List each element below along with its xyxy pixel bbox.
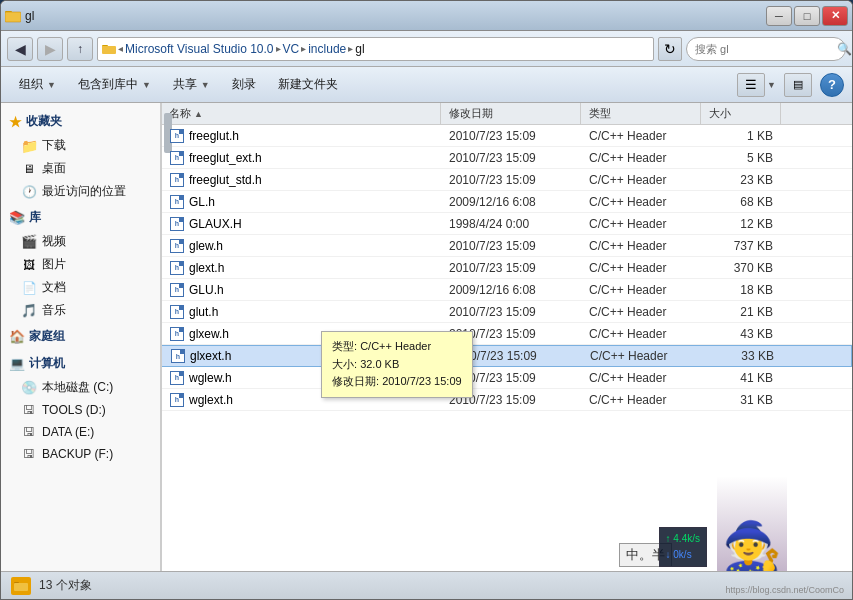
picture-icon: 🖼 <box>21 257 37 273</box>
minimize-button[interactable]: ─ <box>766 6 792 26</box>
file-list: h freeglut.h 2010/7/23 15:09 C/C++ Heade… <box>161 125 852 571</box>
file-type-cell: C/C++ Header <box>581 129 701 143</box>
file-row[interactable]: h GLAUX.H 1998/4/24 0:00 C/C++ Header 12… <box>161 213 852 235</box>
search-input[interactable] <box>695 43 833 55</box>
file-date-cell: 2009/12/16 6:08 <box>441 283 581 297</box>
include-library-button[interactable]: 包含到库中 ▼ <box>68 71 161 99</box>
file-icon: h <box>169 150 185 166</box>
view-mode-button[interactable]: ☰ <box>737 73 765 97</box>
file-name-cell: h glxew.h <box>161 326 441 342</box>
view-dropdown-arrow[interactable]: ▼ <box>767 80 776 90</box>
file-size-cell: 1 KB <box>701 129 781 143</box>
sidebar-item-data-e[interactable]: 🖫 DATA (E:) <box>1 421 160 443</box>
file-row[interactable]: h wglew.h 2010/7/23 15:09 C/C++ Header 4… <box>161 367 852 389</box>
breadcrumb-sep-1: ◂ <box>118 43 123 54</box>
breadcrumb-include[interactable]: include <box>308 42 346 56</box>
file-type-cell: C/C++ Header <box>581 217 701 231</box>
computer-header[interactable]: 💻 计算机 <box>1 351 160 376</box>
svg-rect-4 <box>102 46 116 54</box>
sidebar-item-music[interactable]: 🎵 音乐 <box>1 299 160 322</box>
file-date-cell: 2010/7/23 15:09 <box>441 239 581 253</box>
document-label: 文档 <box>42 279 66 296</box>
file-name-cell: h GLAUX.H <box>161 216 441 232</box>
column-header-size[interactable]: 大小 <box>701 103 781 124</box>
search-box: 🔍 <box>686 37 846 61</box>
file-size-cell: 31 KB <box>701 393 781 407</box>
main-content: ★ 收藏夹 📁 下载 🖥 桌面 <box>1 103 852 571</box>
sidebar-section-homegroup: 🏠 家庭组 <box>1 324 160 349</box>
file-icon: h <box>169 216 185 232</box>
file-row[interactable]: h freeglut_ext.h 2010/7/23 15:09 C/C++ H… <box>161 147 852 169</box>
favorites-label: 收藏夹 <box>26 113 62 130</box>
sidebar-item-recent[interactable]: 🕐 最近访问的位置 <box>1 180 160 203</box>
file-row[interactable]: h glxew.h 2010/7/23 15:09 C/C++ Header 4… <box>161 323 852 345</box>
desktop-icon: 🖥 <box>21 161 37 177</box>
sidebar-item-video[interactable]: 🎬 视频 <box>1 230 160 253</box>
file-name-cell: h GLU.h <box>161 282 441 298</box>
file-row[interactable]: h glext.h 2010/7/23 15:09 C/C++ Header 3… <box>161 257 852 279</box>
file-row[interactable]: h glut.h 2010/7/23 15:09 C/C++ Header 21… <box>161 301 852 323</box>
window-title: gl <box>25 9 34 23</box>
organize-dropdown-arrow: ▼ <box>47 80 56 90</box>
column-header-name[interactable]: 名称 ▲ <box>161 103 441 124</box>
file-size-cell: 43 KB <box>701 327 781 341</box>
help-button[interactable]: ? <box>820 73 844 97</box>
file-type-cell: C/C++ Header <box>581 393 701 407</box>
breadcrumb-vc[interactable]: VC <box>283 42 300 56</box>
include-dropdown-arrow: ▼ <box>142 80 151 90</box>
file-date-cell: 2010/7/23 15:09 <box>441 151 581 165</box>
forward-button[interactable]: ▶ <box>37 37 63 61</box>
recent-icon: 🕐 <box>21 184 37 200</box>
new-folder-button[interactable]: 新建文件夹 <box>268 71 348 99</box>
favorites-header[interactable]: ★ 收藏夹 <box>1 109 160 134</box>
close-button[interactable]: ✕ <box>822 6 848 26</box>
up-button[interactable]: ↑ <box>67 37 93 61</box>
sidebar-item-tools-d[interactable]: 🖫 TOOLS (D:) <box>1 399 160 421</box>
library-header[interactable]: 📚 库 <box>1 205 160 230</box>
file-row[interactable]: h GL.h 2009/12/16 6:08 C/C++ Header 68 K… <box>161 191 852 213</box>
upload-speed: 4.4k/s <box>673 533 700 544</box>
title-bar-left: gl <box>5 8 34 24</box>
breadcrumb-gl[interactable]: gl <box>355 42 364 56</box>
file-name-cell: h GL.h <box>161 194 441 210</box>
sidebar-item-desktop[interactable]: 🖥 桌面 <box>1 157 160 180</box>
sidebar-item-document[interactable]: 📄 文档 <box>1 276 160 299</box>
sidebar-section-computer: 💻 计算机 💿 本地磁盘 (C:) 🖫 TOOLS (D:) <box>1 351 160 465</box>
file-icon: h <box>170 348 186 364</box>
file-size-cell: 18 KB <box>701 283 781 297</box>
organize-button[interactable]: 组织 ▼ <box>9 71 66 99</box>
sidebar-item-backup-f[interactable]: 🖫 BACKUP (F:) <box>1 443 160 465</box>
sidebar-item-local-c[interactable]: 💿 本地磁盘 (C:) <box>1 376 160 399</box>
homegroup-header[interactable]: 🏠 家庭组 <box>1 324 160 349</box>
back-button[interactable]: ◀ <box>7 37 33 61</box>
maximize-button[interactable]: □ <box>794 6 820 26</box>
column-header-date[interactable]: 修改日期 <box>441 103 581 124</box>
column-header-type[interactable]: 类型 <box>581 103 701 124</box>
file-type-cell: C/C++ Header <box>581 239 701 253</box>
file-row[interactable]: h freeglut.h 2010/7/23 15:09 C/C++ Heade… <box>161 125 852 147</box>
file-row[interactable]: h GLU.h 2009/12/16 6:08 C/C++ Header 18 … <box>161 279 852 301</box>
file-date-cell: 2010/7/23 15:09 <box>441 173 581 187</box>
sidebar-item-picture[interactable]: 🖼 图片 <box>1 253 160 276</box>
music-icon: 🎵 <box>21 303 37 319</box>
sidebar-container: ★ 收藏夹 📁 下载 🖥 桌面 <box>1 103 161 571</box>
music-label: 音乐 <box>42 302 66 319</box>
refresh-button[interactable]: ↻ <box>658 37 682 61</box>
network-download: ↓ 0k/s <box>666 547 700 563</box>
sidebar-item-download[interactable]: 📁 下载 <box>1 134 160 157</box>
name-sort-arrow: ▲ <box>194 109 203 119</box>
drive-c-icon: 💿 <box>21 380 37 396</box>
breadcrumb-vs[interactable]: Microsoft Visual Studio 10.0 <box>125 42 274 56</box>
file-row[interactable]: h freeglut_std.h 2010/7/23 15:09 C/C++ H… <box>161 169 852 191</box>
sidebar-scrollbar[interactable] <box>161 103 162 571</box>
file-row[interactable]: h glxext.h 2010/7/23 15:09 C/C++ Header … <box>161 345 852 367</box>
share-button[interactable]: 共享 ▼ <box>163 71 220 99</box>
download-speed: 0k/s <box>673 549 691 560</box>
preview-pane-button[interactable]: ▤ <box>784 73 812 97</box>
main-window: gl ─ □ ✕ ◀ ▶ ↑ ◂ Microsoft Visual Studio… <box>0 0 853 600</box>
file-row[interactable]: h glew.h 2010/7/23 15:09 C/C++ Header 73… <box>161 235 852 257</box>
burn-button[interactable]: 刻录 <box>222 71 266 99</box>
sidebar-section-favorites: ★ 收藏夹 📁 下载 🖥 桌面 <box>1 109 160 203</box>
title-bar: gl ─ □ ✕ <box>1 1 852 31</box>
file-row[interactable]: h wglext.h 2010/7/23 15:09 C/C++ Header … <box>161 389 852 411</box>
